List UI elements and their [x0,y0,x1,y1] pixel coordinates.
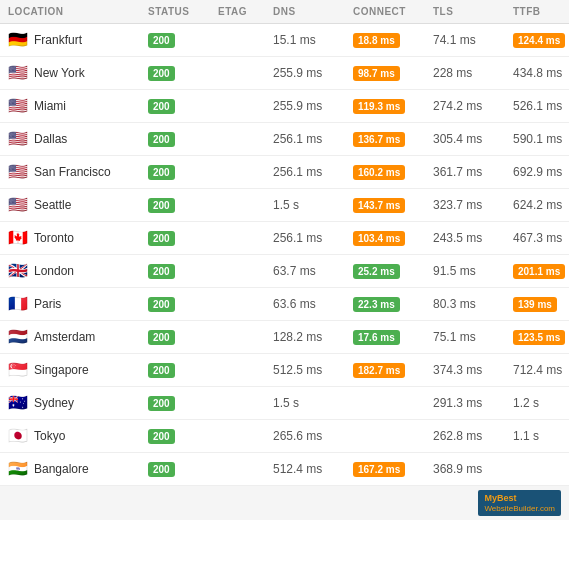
connect-badge: 119.3 ms [353,99,405,114]
table-row: 🇺🇸Miami200255.9 ms119.3 ms274.2 ms526.1 … [0,90,569,123]
location-name: Bangalore [34,462,89,476]
location-cell: 🇺🇸New York [8,65,148,81]
dns-cell: 512.5 ms [273,363,353,377]
table-row: 🇺🇸Dallas200256.1 ms136.7 ms305.4 ms590.1… [0,123,569,156]
table-row: 🇫🇷Paris20063.6 ms22.3 ms80.3 ms139 ms∨ [0,288,569,321]
connect-cell: 103.4 ms [353,231,433,246]
tls-cell: 274.2 ms [433,99,513,113]
flag-icon: 🇺🇸 [8,164,28,180]
header-connect: CONNECT [353,6,433,17]
flag-icon: 🇨🇦 [8,230,28,246]
table-row: 🇨🇦Toronto200256.1 ms103.4 ms243.5 ms467.… [0,222,569,255]
status-cell: 200 [148,429,218,444]
dns-cell: 256.1 ms [273,165,353,179]
header-etag: ETAG [218,6,273,17]
status-badge: 200 [148,165,175,180]
location-cell: 🇺🇸Seattle [8,197,148,213]
flag-icon: 🇺🇸 [8,98,28,114]
connect-badge: 160.2 ms [353,165,405,180]
table-header: LOCATION STATUS ETAG DNS CONNECT TLS TTF… [0,0,569,24]
ttfb-cell: 590.1 ms [513,132,569,146]
tls-cell: 323.7 ms [433,198,513,212]
location-cell: 🇳🇱Amsterdam [8,329,148,345]
status-badge: 200 [148,33,175,48]
status-cell: 200 [148,231,218,246]
ttfb-cell: 692.9 ms [513,165,569,179]
ttfb-cell: 139 ms [513,297,569,312]
watermark: MyBestWebsiteBuilder.com [0,486,569,520]
header-dns: DNS [273,6,353,17]
location-cell: 🇬🇧London [8,263,148,279]
header-status: STATUS [148,6,218,17]
location-cell: 🇨🇦Toronto [8,230,148,246]
connect-cell: 98.7 ms [353,66,433,81]
tls-cell: 80.3 ms [433,297,513,311]
location-name: Dallas [34,132,67,146]
location-cell: 🇺🇸San Francisco [8,164,148,180]
status-badge: 200 [148,132,175,147]
header-ttfb: TTFB [513,6,569,17]
table-row: 🇺🇸Seattle2001.5 s143.7 ms323.7 ms624.2 m… [0,189,569,222]
tls-cell: 75.1 ms [433,330,513,344]
status-cell: 200 [148,330,218,345]
ttfb-cell: 123.5 ms [513,330,569,345]
dns-cell: 256.1 ms [273,231,353,245]
table-row: 🇸🇬Singapore200512.5 ms182.7 ms374.3 ms71… [0,354,569,387]
status-badge: 200 [148,66,175,81]
ttfb-badge: 139 ms [513,297,557,312]
status-cell: 200 [148,165,218,180]
connect-cell: 143.7 ms [353,198,433,213]
status-badge: 200 [148,396,175,411]
status-badge: 200 [148,363,175,378]
connect-badge: 22.3 ms [353,297,400,312]
status-cell: 200 [148,297,218,312]
dns-cell: 128.2 ms [273,330,353,344]
flag-icon: 🇫🇷 [8,296,28,312]
status-cell: 200 [148,264,218,279]
ttfb-cell: 467.3 ms [513,231,569,245]
connect-cell: 167.2 ms [353,462,433,477]
location-name: Tokyo [34,429,65,443]
dns-cell: 1.5 s [273,198,353,212]
ttfb-cell: 712.4 ms [513,363,569,377]
connect-cell: 160.2 ms [353,165,433,180]
dns-cell: 256.1 ms [273,132,353,146]
ttfb-cell: 434.8 ms [513,66,569,80]
dns-cell: 265.6 ms [273,429,353,443]
connect-badge: 98.7 ms [353,66,400,81]
flag-icon: 🇺🇸 [8,131,28,147]
performance-table: LOCATION STATUS ETAG DNS CONNECT TLS TTF… [0,0,569,520]
status-cell: 200 [148,363,218,378]
location-name: Frankfurt [34,33,82,47]
flag-icon: 🇩🇪 [8,32,28,48]
table-row: 🇮🇳Bangalore200512.4 ms167.2 ms368.9 ms∨ [0,453,569,486]
table-body: 🇩🇪Frankfurt20015.1 ms18.8 ms74.1 ms124.4… [0,24,569,486]
ttfb-cell: 1.1 s [513,429,569,443]
status-badge: 200 [148,297,175,312]
location-cell: 🇩🇪Frankfurt [8,32,148,48]
connect-badge: 17.6 ms [353,330,400,345]
location-cell: 🇺🇸Dallas [8,131,148,147]
connect-cell: 18.8 ms [353,33,433,48]
status-cell: 200 [148,198,218,213]
header-tls: TLS [433,6,513,17]
table-row: 🇬🇧London20063.7 ms25.2 ms91.5 ms201.1 ms… [0,255,569,288]
dns-cell: 1.5 s [273,396,353,410]
status-cell: 200 [148,66,218,81]
flag-icon: 🇸🇬 [8,362,28,378]
location-name: Sydney [34,396,74,410]
ttfb-badge: 124.4 ms [513,33,565,48]
dns-cell: 63.7 ms [273,264,353,278]
table-row: 🇺🇸San Francisco200256.1 ms160.2 ms361.7 … [0,156,569,189]
location-name: Singapore [34,363,89,377]
location-name: Toronto [34,231,74,245]
table-row: 🇺🇸New York200255.9 ms98.7 ms228 ms434.8 … [0,57,569,90]
status-cell: 200 [148,462,218,477]
tls-cell: 262.8 ms [433,429,513,443]
tls-cell: 368.9 ms [433,462,513,476]
table-row: 🇯🇵Tokyo200265.6 ms262.8 ms1.1 s∨ [0,420,569,453]
ttfb-cell: 624.2 ms [513,198,569,212]
flag-icon: 🇦🇺 [8,395,28,411]
dns-cell: 15.1 ms [273,33,353,47]
ttfb-cell: 526.1 ms [513,99,569,113]
